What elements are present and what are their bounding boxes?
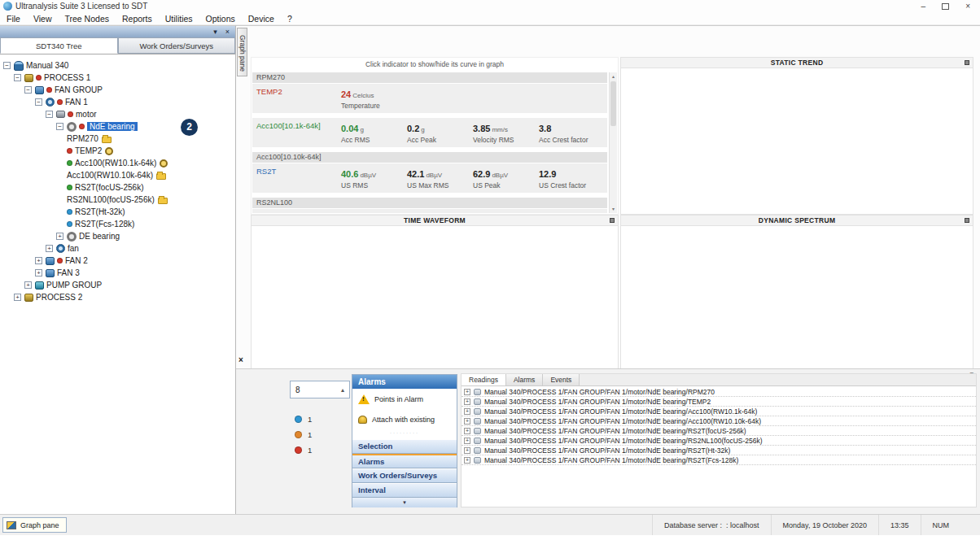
expander-icon[interactable]: + [14,294,21,301]
tree-item-label: RS2T(Fcs-128k) [75,220,134,229]
pin-icon[interactable] [610,218,615,223]
tree-item-fan-group[interactable]: −FAN GROUP [0,84,235,96]
tree-item-pump-group[interactable]: +PUMP GROUP [0,279,235,291]
expand-icon[interactable]: + [464,398,470,405]
reading-unit: g [421,126,424,133]
reading-indicator[interactable]: RS2T [256,166,341,189]
tree-item-rs2nl100-focus-256k[interactable]: RS2NL100(focUS-256k) [0,194,235,206]
close-graph-pane-icon[interactable]: × [238,356,243,364]
list-item[interactable]: +Manual 340/PROCESS 1/FAN GROUP/FAN 1/mo… [462,446,976,455]
tree-item-rs2t-focus-256k[interactable]: RS2T(focUS-256k) [0,181,235,194]
tree-item-fan-2[interactable]: +FAN 2 [0,255,235,267]
tab-work-orders-surveys[interactable]: Work Orders/Surveys [118,37,236,54]
tree-item-fan-3[interactable]: +FAN 3 [0,267,235,279]
readings-scrollbar[interactable]: ▴ ▾ [609,72,617,213]
tree-item-rs2t-ht-32k[interactable]: RS2T(Ht-32k) [0,206,235,218]
expand-icon[interactable]: + [464,408,470,415]
pane-strip: ▾ × [0,26,235,37]
expand-icon[interactable]: + [464,389,470,395]
tree-item-nde-bearing[interactable]: −NdE bearing [0,120,235,133]
expander-icon[interactable]: − [35,98,42,106]
reading-icon [474,398,481,405]
points-in-alarm-button[interactable]: Points in Alarm [352,389,457,409]
tree-item-fan-1[interactable]: −FAN 1 [0,96,235,108]
menu-item-reports[interactable]: Reports [116,14,159,24]
tab-alarms[interactable]: Alarms [506,374,543,385]
alarm-count-box[interactable]: 8 ▴ [290,381,350,398]
list-item[interactable]: +Manual 340/PROCESS 1/FAN GROUP/FAN 1/mo… [462,436,976,446]
list-item[interactable]: +Manual 340/PROCESS 1/FAN GROUP/FAN 1/mo… [462,397,976,407]
menu-item-[interactable]: ? [281,14,299,24]
status-dot-red [36,75,42,81]
tree-item-fan[interactable]: +fan [0,242,235,255]
accordion-collapse-icon[interactable]: ▾ [352,498,457,507]
expander-icon[interactable]: − [3,62,11,69]
expander-icon[interactable]: − [46,111,53,118]
alarms-panel: Alarms Points in Alarm Attach with exist… [352,374,457,507]
graph-pane-chip[interactable]: Graph pane [2,517,67,533]
accordion-item-work-orders-surveys[interactable]: Work Orders/Surveys [352,468,457,483]
reading-indicator[interactable]: Acc100[10.1k-64k] [256,120,341,144]
expand-icon[interactable]: + [464,457,470,464]
pane-close-icon[interactable]: × [225,27,230,37]
list-item[interactable]: +Manual 340/PROCESS 1/FAN GROUP/FAN 1/mo… [462,387,976,397]
minimize-button[interactable]: – [921,0,926,12]
pin-icon[interactable] [965,60,969,65]
tab-readings[interactable]: Readings [462,374,506,385]
expander-icon[interactable]: + [35,257,42,264]
reading-indicator[interactable]: TEMP2 [256,86,341,110]
tree-item-acc100-rw10-10k-64k[interactable]: Acc100(RW10.10k-64k) [0,169,235,181]
scroll-down-icon[interactable]: ▾ [610,205,617,213]
tab-events[interactable]: Events [543,374,580,385]
graph-pane-vertical-tab[interactable]: Graph pane [237,28,247,76]
tree-item-temp2[interactable]: TEMP2 [0,145,235,157]
list-item[interactable]: +Manual 340/PROCESS 1/FAN GROUP/FAN 1/mo… [462,416,976,426]
menu-item-view[interactable]: View [27,14,59,24]
pane-dropdown-icon[interactable]: ▾ [213,27,217,37]
drag-handle[interactable]: ········· [352,429,457,437]
menu-item-device[interactable]: Device [242,14,281,24]
expand-icon[interactable]: + [464,438,470,444]
attach-with-existing-button[interactable]: Attach with existing [352,409,457,429]
tree-item-de-bearing[interactable]: +DE bearing [0,230,235,242]
list-item[interactable]: +Manual 340/PROCESS 1/FAN GROUP/FAN 1/mo… [462,426,976,436]
reading-cell: 24CelciusTemperature [341,86,407,110]
scroll-thumb[interactable] [610,81,616,126]
expander-icon[interactable]: − [24,86,32,94]
expand-icon[interactable]: + [464,418,470,425]
scroll-up-icon[interactable]: ▴ [610,72,617,81]
expander-icon[interactable]: + [24,281,32,289]
list-item[interactable]: +Manual 340/PROCESS 1/FAN GROUP/FAN 1/mo… [462,407,976,416]
tree-item-motor[interactable]: −motor [0,108,235,120]
expand-icon[interactable]: + [464,447,470,454]
pin-icon[interactable] [965,218,969,223]
reading-value: 42.1 [407,169,424,179]
collapse-icon[interactable]: ▴ [341,386,344,394]
menu-item-utilities[interactable]: Utilities [159,14,199,24]
expander-icon[interactable]: − [56,123,63,130]
expander-icon[interactable]: + [56,233,63,240]
expander-icon[interactable]: + [46,245,53,252]
reading-indicator[interactable]: RS2T [256,211,341,213]
reading-value-line: 13.6 [539,211,605,213]
accordion-item-selection[interactable]: Selection [352,439,457,454]
tree-item-manual-340[interactable]: −Manual 340 [0,59,235,72]
bell-icon [358,416,367,424]
expander-icon[interactable]: + [35,269,42,277]
list-item[interactable]: +Manual 340/PROCESS 1/FAN GROUP/FAN 1/mo… [462,455,976,465]
close-button[interactable]: × [965,0,970,12]
expand-icon[interactable]: + [464,428,470,434]
expander-icon[interactable]: − [14,74,21,81]
menu-item-tree-nodes[interactable]: Tree Nodes [59,14,116,24]
tree-item-rs2t-fcs-128k[interactable]: RS2T(Fcs-128k) [0,218,235,230]
tree-item-rpm270[interactable]: RPM270 [0,133,235,145]
accordion-item-alarms[interactable]: Alarms [352,454,457,468]
tree-item-acc100-rw10-1k-64k[interactable]: Acc100(RW10.1k-64k) [0,157,235,169]
tab-sdt340-tree[interactable]: SDT340 Tree [0,37,118,54]
restore-button[interactable] [942,3,949,10]
menu-item-file[interactable]: File [0,14,27,24]
tree-item-process-1[interactable]: −PROCESS 1 [0,72,235,84]
tree-item-process-2[interactable]: +PROCESS 2 [0,291,235,303]
accordion-item-interval[interactable]: Interval [352,483,457,498]
menu-item-options[interactable]: Options [199,14,242,24]
